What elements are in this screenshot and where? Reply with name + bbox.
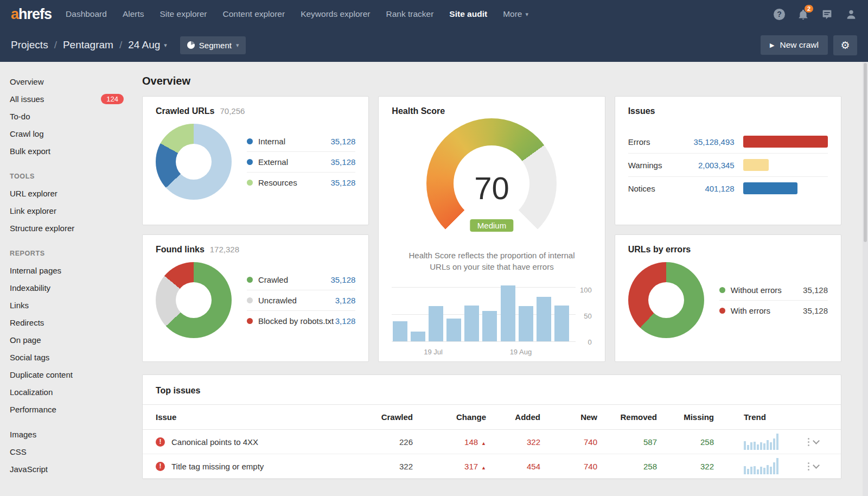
sidebar-item-label: Overview — [10, 77, 44, 86]
legend-value[interactable]: 35,128 — [330, 178, 355, 187]
cell-value: 148 — [464, 437, 478, 447]
card-header: Crawled URLs 70,256 — [156, 106, 355, 116]
sidebar-item-indexability[interactable]: Indexability — [10, 279, 136, 296]
breadcrumb-projects[interactable]: Projects — [11, 39, 48, 51]
health-score-bar — [464, 306, 479, 341]
page-title: Overview — [142, 75, 841, 87]
notifications-icon[interactable]: 2 — [797, 9, 809, 20]
nav-item-label: More — [503, 9, 522, 19]
nav-item-alerts[interactable]: Alerts — [123, 9, 144, 19]
sidebar-item-on-page[interactable]: On page — [10, 331, 136, 348]
sidebar-item-structure-explorer[interactable]: Structure explorer — [10, 219, 136, 237]
sidebar-item-performance[interactable]: Performance — [10, 400, 136, 418]
sidebar-item-label: URL explorer — [10, 189, 58, 198]
table-row: !Canonical points to 4XX226148▲322740587… — [143, 430, 841, 454]
dots-menu-icon — [808, 438, 809, 440]
legend-label: Blocked by robots.txt — [258, 316, 334, 326]
sidebar-item-label: Social tags — [10, 353, 49, 362]
scrollbar[interactable] — [863, 62, 868, 496]
legend-value[interactable]: 3,128 — [335, 316, 356, 326]
cell-crawled: 226 — [364, 437, 413, 447]
sidebar-item-internal-pages[interactable]: Internal pages — [10, 262, 136, 279]
nav-item-content-explorer[interactable]: Content explorer — [223, 9, 285, 19]
sidebar-item-label: Duplicate content — [10, 370, 73, 379]
nav-item-label: Site audit — [449, 9, 487, 19]
sidebar-item-duplicate-content[interactable]: Duplicate content — [10, 366, 136, 383]
issues-card: Issues Errors35,128,493Warnings2,003,345… — [615, 96, 841, 225]
row-menu-button[interactable] — [806, 460, 812, 473]
issue-count-link[interactable]: 2,003,345 — [676, 161, 735, 170]
account-icon[interactable] — [845, 8, 857, 20]
chevron-down-icon: ▾ — [164, 42, 167, 49]
sidebar-item-url-explorer[interactable]: URL explorer — [10, 185, 136, 202]
question-mark: ? — [777, 10, 782, 18]
segment-label: Segment — [199, 41, 232, 50]
column-header-removed: Removed — [597, 412, 657, 422]
cell-change: 317▲ — [413, 462, 486, 471]
nav-item-more[interactable]: More▾ — [503, 9, 528, 19]
chevron-down-icon — [813, 462, 820, 469]
row-expand-button[interactable] — [812, 462, 828, 470]
sidebar-item-label: Indexability — [10, 283, 50, 292]
sidebar-item-redirects[interactable]: Redirects — [10, 314, 136, 331]
segment-button[interactable]: Segment ▾ — [180, 36, 246, 54]
legend-value[interactable]: 35,128 — [330, 275, 355, 284]
dots-menu-icon — [808, 462, 809, 464]
issue-count-link[interactable]: 401,128 — [676, 184, 735, 193]
content-layout: OverviewAll issues124To-doCrawl logBulk … — [0, 62, 868, 496]
nav-item-keywords-explorer[interactable]: Keywords explorer — [301, 9, 370, 19]
breadcrumb-24-aug[interactable]: 24 Aug▾ — [128, 39, 167, 51]
sidebar-item-all-issues[interactable]: All issues124 — [10, 90, 136, 107]
row-expand-button[interactable] — [812, 438, 828, 446]
sidebar-item-overview[interactable]: Overview — [10, 73, 136, 90]
column-header-trend: Trend — [714, 412, 782, 422]
sidebar-item-css[interactable]: CSS — [10, 443, 136, 460]
breadcrumb-pentagram[interactable]: Pentagram — [63, 39, 113, 51]
new-crawl-label: New crawl — [780, 40, 819, 50]
dots-menu-icon — [808, 441, 809, 443]
messages-icon[interactable] — [821, 9, 833, 20]
dots-menu-icon — [808, 444, 809, 446]
sidebar-item-social-tags[interactable]: Social tags — [10, 348, 136, 366]
legend-value[interactable]: 3,128 — [335, 296, 356, 305]
column-header-issue: Issue — [156, 412, 364, 422]
sidebar-item-crawl-log[interactable]: Crawl log — [10, 125, 136, 142]
nav-item-site-explorer[interactable]: Site explorer — [160, 9, 207, 19]
pie-chart-icon — [187, 41, 195, 49]
card-title: URLs by errors — [628, 245, 691, 255]
gear-icon: ⚙ — [840, 39, 850, 52]
nav-item-dashboard[interactable]: Dashboard — [66, 9, 107, 19]
legend-dot — [719, 287, 725, 293]
nav-item-site-audit[interactable]: Site audit — [449, 9, 487, 19]
legend-value[interactable]: 35,128 — [330, 157, 355, 167]
sidebar-item-localization[interactable]: Localization — [10, 383, 136, 400]
settings-button[interactable]: ⚙ — [833, 35, 857, 55]
ahrefs-logo[interactable]: ahrefs — [11, 6, 52, 23]
legend-label: Crawled — [258, 275, 288, 284]
column-header-change: Change — [413, 412, 486, 422]
scrollbar-thumb[interactable] — [864, 63, 867, 242]
health-score-bar — [537, 297, 551, 341]
health-score-bar — [393, 321, 407, 341]
sidebar-item-label: CSS — [10, 447, 27, 456]
sidebar-item-bulk-export[interactable]: Bulk export — [10, 142, 136, 160]
legend-value[interactable]: 35,128 — [330, 137, 355, 146]
breadcrumb-separator: / — [119, 39, 122, 51]
sidebar-item-to-do[interactable]: To-do — [10, 107, 136, 125]
sparkline-bar — [750, 467, 752, 474]
row-menu-button[interactable] — [806, 436, 812, 448]
issue-count-link[interactable]: 35,128,493 — [676, 137, 735, 147]
card-header: Issues — [628, 106, 828, 116]
nav-item-rank-tracker[interactable]: Rank tracker — [386, 9, 433, 19]
new-crawl-button[interactable]: ▶ New crawl — [761, 35, 828, 55]
nav-item-label: Site explorer — [160, 9, 207, 19]
sidebar-item-links[interactable]: Links — [10, 296, 136, 314]
sidebar-item-link-explorer[interactable]: Link explorer — [10, 202, 136, 219]
main-content: Overview Crawled URLs 70,256 Internal35,… — [136, 62, 868, 496]
help-icon[interactable]: ? — [774, 9, 785, 20]
cell-value: 454 — [527, 462, 540, 471]
column-header-crawled: Crawled — [364, 412, 413, 422]
legend-label: Resources — [258, 178, 297, 187]
sidebar-item-images[interactable]: Images — [10, 425, 136, 443]
sidebar-item-javascript[interactable]: JavaScript — [10, 460, 136, 478]
